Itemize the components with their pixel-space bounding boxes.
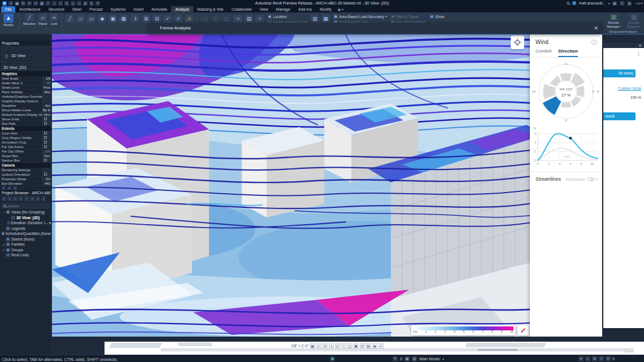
property-value[interactable]: [42, 140, 51, 144]
property-value[interactable]: [42, 94, 51, 98]
print-icon[interactable]: ▤: [40, 1, 44, 6]
app-store-icon[interactable]: ▤: [612, 1, 617, 6]
expand-icon[interactable]: +: [2, 243, 6, 246]
property-value[interactable]: By D: [42, 108, 51, 112]
modify-tool[interactable]: ▲ Modify: [1, 14, 16, 27]
checkbox[interactable]: [44, 122, 47, 125]
scroll-up-icon[interactable]: ⌃: [624, 348, 629, 352]
importance-toggle[interactable]: [587, 177, 594, 181]
browser-settings-icon[interactable]: ▫: [41, 197, 46, 201]
sync-icon[interactable]: ↻: [21, 1, 25, 6]
property-value[interactable]: Fine: [42, 85, 51, 89]
dropdown-caret-icon[interactable]: ▾: [442, 357, 444, 361]
load-cases-icon[interactable]: ⊞: [142, 15, 150, 23]
type-selector[interactable]: ⌂ 3D View: [1, 47, 50, 63]
reveal-hidden-icon[interactable]: ◼: [354, 343, 359, 348]
project-browser-header[interactable]: Project Browser - ARCH-ABC-35 Mar: [0, 190, 51, 196]
filter-icon[interactable]: ✓: [585, 356, 590, 361]
user-menu-caret-icon[interactable]: ▾: [608, 2, 610, 5]
property-value[interactable]: Non: [42, 112, 51, 116]
worksharing-display-icon[interactable]: ≈: [378, 343, 384, 348]
property-value[interactable]: 96: [42, 81, 51, 85]
tree-item[interactable]: ▤Legends: [0, 226, 51, 232]
checkbox[interactable]: [44, 117, 47, 120]
pin-objects-icon[interactable]: ⚙: [592, 356, 597, 361]
user-avatar-icon[interactable]: [572, 1, 576, 5]
undo-icon[interactable]: ↶: [27, 1, 32, 6]
wind-speed-distribution-chart[interactable]: 0123%0246810m/s: [531, 125, 601, 168]
result-button[interactable]: result: [603, 112, 636, 120]
property-value[interactable]: Non: [42, 154, 51, 158]
thin-lines-icon[interactable]: ≡: [89, 1, 94, 6]
wind-study-icon[interactable]: ≈: [234, 15, 242, 23]
tab-modify[interactable]: Modify: [316, 6, 336, 12]
text-note-icon[interactable]: A: [64, 1, 69, 6]
loads-icon[interactable]: ⇓: [131, 15, 140, 23]
select-underlay-icon[interactable]: ▾: [578, 356, 584, 361]
property-value[interactable]: [42, 172, 51, 176]
press-drag-icon[interactable]: ▽: [599, 356, 604, 361]
rose-petal-N[interactable]: [560, 73, 572, 82]
tab-steel[interactable]: Steel: [68, 6, 85, 12]
property-value[interactable]: [42, 158, 51, 162]
close-icon[interactable]: ✕: [638, 43, 642, 47]
path-of-travel-tool[interactable]: ➝ Path of Travel: [390, 14, 427, 19]
check-panel-icon[interactable]: ✓: [174, 15, 182, 23]
tab-insert[interactable]: Insert: [130, 6, 148, 12]
help-icon[interactable]: ?: [591, 40, 597, 45]
tree-item[interactable]: ▧Sheets (None): [0, 237, 51, 242]
realistic-toggle-icon[interactable]: ◆: [372, 343, 377, 348]
section-icon[interactable]: ⊟: [83, 1, 88, 6]
measure-icon[interactable]: ∕: [46, 1, 50, 6]
property-value[interactable]: [42, 121, 51, 125]
tree-item[interactable]: ▢Elevation: Elevation 1 - a: [0, 220, 51, 226]
results-explorer-tool[interactable]: ▧ Results Explorer: [625, 14, 643, 28]
chevron-right-icon[interactable]: ›: [596, 176, 598, 182]
tab-collaborate[interactable]: Collaborate: [228, 6, 256, 12]
browser-link-icon[interactable]: ▫: [36, 197, 40, 201]
restore-button[interactable]: ▭: [637, 1, 641, 5]
help-icon[interactable]: ?: [95, 1, 100, 6]
heating-cooling-loads-icon[interactable]: ▥: [311, 15, 319, 23]
property-value[interactable]: Sho: [42, 90, 51, 94]
temporary-hide-icon[interactable]: ◻: [347, 343, 353, 348]
tree-item[interactable]: +▨Families: [0, 242, 51, 247]
tag-icon[interactable]: ◇: [71, 1, 75, 6]
tree-item[interactable]: −▣Views (No Grouping): [0, 210, 51, 215]
north-arrow-button[interactable]: [517, 325, 529, 335]
sun-path-icon[interactable]: ☀: [323, 343, 328, 348]
open-icon[interactable]: ▱: [8, 1, 13, 6]
tab-architecture[interactable]: Architecture: [15, 6, 44, 12]
analysis-display-icon[interactable]: ▤: [366, 343, 371, 348]
recenter-button[interactable]: [511, 36, 524, 49]
tab-view[interactable]: View: [256, 6, 272, 12]
rose-petal-E[interactable]: [576, 85, 585, 97]
browser-schedule-icon[interactable]: ▫: [13, 197, 18, 201]
tree-item[interactable]: ▦Schedules/Quantities (None): [0, 231, 51, 237]
close-button[interactable]: ×: [641, 1, 643, 5]
shadows-icon[interactable]: ◑: [329, 343, 334, 348]
property-value[interactable]: [42, 136, 51, 139]
property-value[interactable]: 442: [42, 181, 51, 185]
tab-precast[interactable]: Precast: [85, 6, 107, 12]
worksets-icon[interactable]: ▦: [404, 356, 410, 361]
tab-structure[interactable]: Structure: [45, 6, 68, 12]
check-model-icon[interactable]: ⚠: [185, 15, 193, 23]
horizontal-scrollbar[interactable]: [161, 348, 630, 351]
results-manager-tool[interactable]: ▥ Results Manager: [604, 14, 623, 28]
property-value[interactable]: 1/8: [42, 76, 51, 80]
browser-sheet-icon[interactable]: ▫: [19, 197, 23, 201]
aligned-dimension-icon[interactable]: ↔: [52, 1, 56, 6]
property-value[interactable]: [42, 117, 51, 121]
analytical-member-icon[interactable]: ╱: [66, 15, 74, 23]
property-value[interactable]: Ort: [42, 177, 51, 181]
tab-direction[interactable]: Direction: [558, 49, 578, 57]
properties-filter-icon[interactable]: ▪: [7, 186, 11, 190]
scrollbar-thumb[interactable]: [478, 349, 517, 351]
active-design-option[interactable]: Main Model: [419, 356, 440, 361]
model-line-icon[interactable]: ∕: [58, 1, 63, 6]
checkbox[interactable]: [44, 141, 47, 143]
crop-visible-icon[interactable]: ▫: [341, 343, 346, 348]
analytical-panel-icon[interactable]: ▱: [76, 15, 85, 23]
checkbox[interactable]: [44, 145, 47, 148]
